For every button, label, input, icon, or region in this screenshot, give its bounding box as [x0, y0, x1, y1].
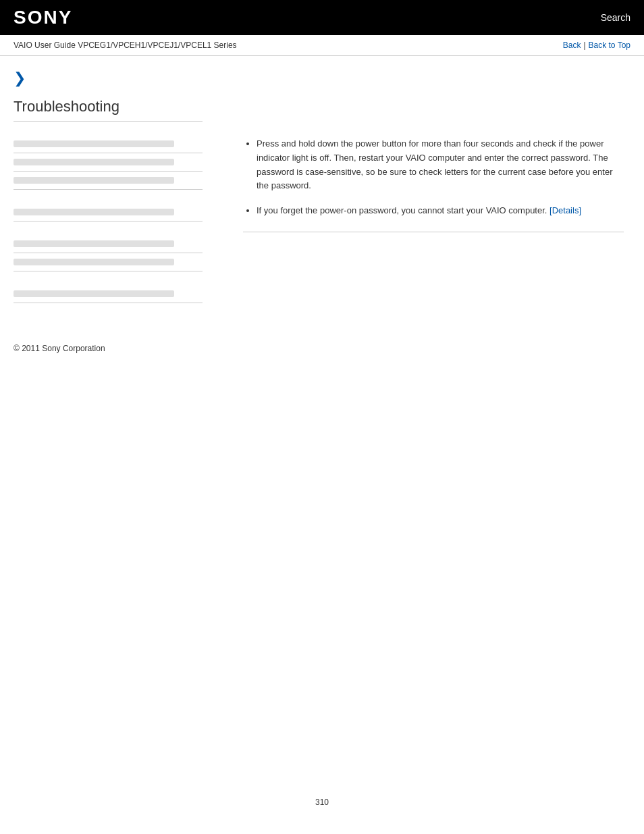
nav-links: Back | Back to Top — [563, 41, 630, 50]
list-item — [14, 253, 203, 271]
link-placeholder[interactable] — [14, 140, 174, 147]
link-placeholder[interactable] — [14, 177, 174, 184]
sony-logo: SONY — [14, 7, 72, 28]
list-item — [14, 172, 203, 190]
list-item — [14, 203, 203, 221]
list-item: If you forget the power-on password, you… — [257, 204, 624, 218]
link-placeholder[interactable] — [14, 240, 174, 247]
sidebar-link-list — [14, 135, 203, 303]
back-link[interactable]: Back — [563, 41, 581, 50]
chevron-icon: ❯ — [14, 70, 203, 87]
details-link[interactable]: [Details] — [549, 205, 581, 215]
sidebar-title: Troubleshooting — [14, 98, 203, 122]
list-item — [14, 285, 203, 303]
content-area: Press and hold down the power button for… — [216, 56, 644, 317]
list-spacer — [14, 271, 203, 285]
link-placeholder[interactable] — [14, 290, 174, 297]
bullet-text-1: Press and hold down the power button for… — [257, 138, 612, 190]
link-placeholder[interactable] — [14, 209, 174, 215]
search-button[interactable]: Search — [601, 12, 630, 23]
list-item — [14, 235, 203, 253]
sidebar: ❯ Troubleshooting — [0, 56, 216, 317]
content-divider — [243, 232, 624, 232]
list-spacer — [14, 221, 203, 235]
back-to-top-link[interactable]: Back to Top — [589, 41, 630, 50]
list-item — [14, 135, 203, 153]
header: SONY Search — [0, 0, 644, 35]
page-number: 310 — [0, 784, 644, 820]
subheader: VAIO User Guide VPCEG1/VPCEH1/VPCEJ1/VPC… — [0, 35, 644, 56]
guide-title: VAIO User Guide VPCEG1/VPCEH1/VPCEJ1/VPC… — [14, 41, 237, 50]
copyright-text: © 2011 Sony Corporation — [14, 344, 105, 353]
list-item — [14, 153, 203, 172]
main-layout: ❯ Troubleshooting — [0, 56, 644, 317]
footer: © 2011 Sony Corporation — [0, 317, 644, 367]
content-list: Press and hold down the power button for… — [243, 137, 624, 218]
list-spacer — [14, 190, 203, 203]
bullet-text-2: If you forget the power-on password, you… — [257, 205, 547, 215]
list-item: Press and hold down the power button for… — [257, 137, 624, 193]
nav-separator: | — [583, 41, 585, 50]
link-placeholder[interactable] — [14, 159, 174, 165]
link-placeholder[interactable] — [14, 259, 174, 265]
